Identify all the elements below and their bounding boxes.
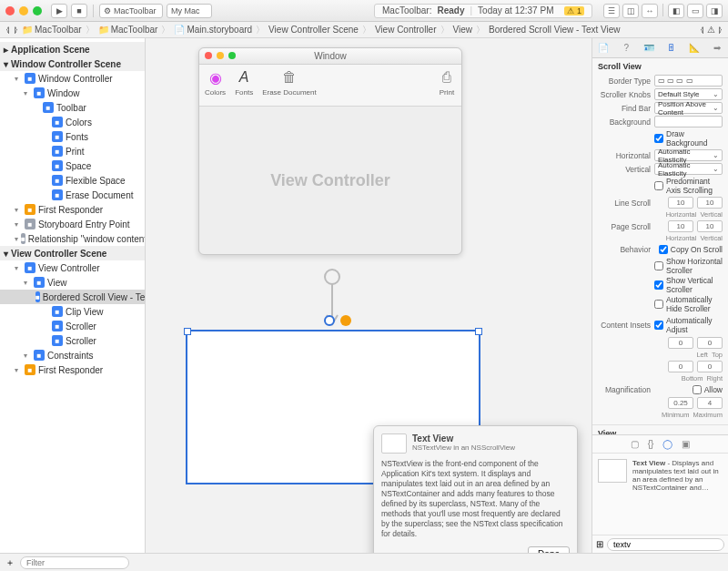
toggle-inspector-button[interactable]: ◨ xyxy=(706,4,723,18)
outline-row[interactable]: ■Scroller xyxy=(0,319,145,333)
attributes-inspector-icon[interactable]: 🎚 xyxy=(665,42,678,55)
mag-max[interactable] xyxy=(697,397,723,409)
window-traffic-lights[interactable] xyxy=(5,6,42,15)
jump-bar[interactable]: ⦉ ⦊ 📁 MacToolbar〉 📁 MacToolbar〉 📄 Main.s… xyxy=(0,22,728,38)
outline-row[interactable]: ■Space xyxy=(0,158,145,173)
object-icon[interactable] xyxy=(324,315,335,326)
outline-row[interactable]: ▾■View Controller xyxy=(0,260,145,275)
done-button[interactable]: Done xyxy=(528,546,570,553)
mag-min[interactable] xyxy=(668,397,693,409)
outline-scene-window[interactable]: ▾ Window Controller Scene xyxy=(0,56,145,71)
toolbar-item-fonts[interactable]: AFonts xyxy=(235,68,253,97)
library-item-text-view[interactable]: Text View - Displays and manipulates tex… xyxy=(592,454,728,497)
outline-row[interactable]: ■Colors xyxy=(0,115,145,129)
jump-next-icon[interactable]: ⦊ xyxy=(718,25,723,35)
outline-section-application[interactable]: ▸ Application Scene xyxy=(0,42,145,56)
first-responder-icon[interactable] xyxy=(340,315,351,326)
line-scroll-h[interactable] xyxy=(668,197,693,209)
run-button[interactable]: ▶ xyxy=(51,4,67,18)
canvas-vc-placeholder[interactable]: View Controller xyxy=(199,107,461,254)
canvas-window-controller[interactable]: Window ◉Colors AFonts 🗑Erase Document ⎙P… xyxy=(198,47,462,255)
document-outline[interactable]: ▸ Application Scene ▾ Window Controller … xyxy=(0,38,146,553)
crumb-scene[interactable]: View Controller Scene xyxy=(268,25,359,35)
media-library-icon[interactable]: ▣ xyxy=(682,439,690,449)
warning-badge[interactable]: ⚠ 1 xyxy=(564,6,584,15)
inspector-tabs[interactable]: 📄 ? 🪪 🎚 📐 ➡ xyxy=(592,38,728,58)
outline-row[interactable]: ▾■First Responder xyxy=(0,362,145,377)
show-h-scroller-checkbox[interactable] xyxy=(654,261,663,270)
crumb-project[interactable]: 📁 MacToolbar xyxy=(22,25,82,35)
inset-left[interactable] xyxy=(668,337,693,349)
outline-row[interactable]: ■Scroller xyxy=(0,333,145,348)
crumb-storyboard[interactable]: 📄 Main.storyboard xyxy=(174,25,252,35)
outline-row[interactable]: ■Print xyxy=(0,144,145,158)
library-tabs[interactable]: ▢ {} ◯ ▣ xyxy=(592,435,728,454)
page-scroll-h[interactable] xyxy=(668,220,693,232)
close-icon[interactable] xyxy=(5,6,15,15)
border-type-segmented[interactable]: ▭ ▭ ▭ ▭ xyxy=(654,75,723,87)
toggle-navigator-button[interactable]: ◧ xyxy=(668,4,684,18)
scheme-selector[interactable]: ⚙ MacToolbar xyxy=(99,4,163,18)
grid-toggle-icon[interactable]: ⊞ xyxy=(596,539,603,549)
inset-right[interactable] xyxy=(697,361,723,372)
identity-inspector-icon[interactable]: 🪪 xyxy=(642,42,655,55)
jump-next-warn-icon[interactable]: ⚠ xyxy=(707,25,715,35)
crumb-vc[interactable]: View Controller xyxy=(375,25,437,35)
toolbar-item-print[interactable]: ⎙Print xyxy=(438,68,456,97)
copy-on-scroll-checkbox[interactable] xyxy=(659,245,668,254)
standard-editor-button[interactable]: ☰ xyxy=(603,4,620,18)
vertical-elasticity-select[interactable]: Automatic Elasticity xyxy=(654,163,723,175)
toolbar-item-colors[interactable]: ◉Colors xyxy=(205,68,226,97)
zoom-icon[interactable] xyxy=(33,6,42,15)
scroller-knobs-select[interactable]: Default Style xyxy=(654,88,723,100)
auto-adjust-insets-checkbox[interactable] xyxy=(654,321,663,330)
toggle-debug-button[interactable]: ▭ xyxy=(687,4,703,18)
connections-inspector-icon[interactable]: ➡ xyxy=(711,42,723,55)
canvas-selection-header[interactable] xyxy=(324,315,351,326)
horizontal-elasticity-select[interactable]: Automatic Elasticity xyxy=(654,149,723,161)
library-search-input[interactable] xyxy=(607,538,724,551)
outline-row[interactable]: ■Fonts xyxy=(0,129,145,144)
crumb-view[interactable]: View xyxy=(453,25,473,35)
outline-row[interactable]: ▾■First Responder xyxy=(0,202,145,217)
outline-row[interactable]: ■Flexible Space xyxy=(0,173,145,188)
outline-row[interactable]: ▾■Storyboard Entry Point xyxy=(0,217,145,231)
jump-prev-icon[interactable]: ⦉ xyxy=(700,25,704,35)
outline-row[interactable]: ▾■Window Controller xyxy=(0,71,145,86)
predominant-axis-checkbox[interactable] xyxy=(654,181,663,190)
help-inspector-icon[interactable]: ? xyxy=(620,42,632,55)
page-scroll-v[interactable] xyxy=(697,220,723,232)
find-bar-select[interactable]: Position Above Content xyxy=(654,102,723,114)
inset-top[interactable] xyxy=(697,337,723,349)
background-color-well[interactable] xyxy=(654,116,723,127)
object-library-icon[interactable]: ◯ xyxy=(662,439,672,449)
navigator-filter-input[interactable] xyxy=(20,556,129,569)
inset-bottom[interactable] xyxy=(668,361,693,372)
outline-row[interactable]: ▾■Constraints xyxy=(0,348,145,362)
stop-button[interactable]: ■ xyxy=(71,4,87,18)
destination-selector[interactable]: My Mac xyxy=(167,4,212,18)
show-v-scroller-checkbox[interactable] xyxy=(654,280,663,290)
size-inspector-icon[interactable]: 📐 xyxy=(688,42,701,55)
nav-back-icon[interactable]: ⦉ xyxy=(5,25,10,35)
outline-scene-view[interactable]: ▾ View Controller Scene xyxy=(0,246,145,260)
outline-row[interactable]: ▾■View xyxy=(0,275,145,290)
outline-row[interactable]: ■Bordered Scroll View - Text… xyxy=(0,290,145,304)
outline-row[interactable]: ▾■Window xyxy=(0,86,145,100)
add-icon[interactable]: ＋ xyxy=(5,556,15,569)
outline-row[interactable]: ■Toolbar xyxy=(0,100,145,115)
crumb-target[interactable]: 📁 MacToolbar xyxy=(98,25,158,35)
ib-canvas[interactable]: → Window ◉Colors AFonts 🗑Erase Document … xyxy=(146,38,592,553)
outline-row[interactable]: ■Clip View xyxy=(0,304,145,319)
magnification-allow-checkbox[interactable] xyxy=(693,385,702,394)
draw-background-checkbox[interactable] xyxy=(654,134,663,143)
assistant-editor-button[interactable]: ◫ xyxy=(622,4,639,18)
code-snippet-icon[interactable]: {} xyxy=(648,439,654,449)
outline-row[interactable]: ▾■Relationship "window content" to … xyxy=(0,231,145,246)
file-inspector-icon[interactable]: 📄 xyxy=(597,42,610,55)
minimize-icon[interactable] xyxy=(19,6,28,15)
file-template-icon[interactable]: ▢ xyxy=(631,439,639,449)
toolbar-item-erase[interactable]: 🗑Erase Document xyxy=(262,68,317,97)
nav-fwd-icon[interactable]: ⦊ xyxy=(14,25,18,35)
auto-hide-scroller-checkbox[interactable] xyxy=(654,300,663,309)
